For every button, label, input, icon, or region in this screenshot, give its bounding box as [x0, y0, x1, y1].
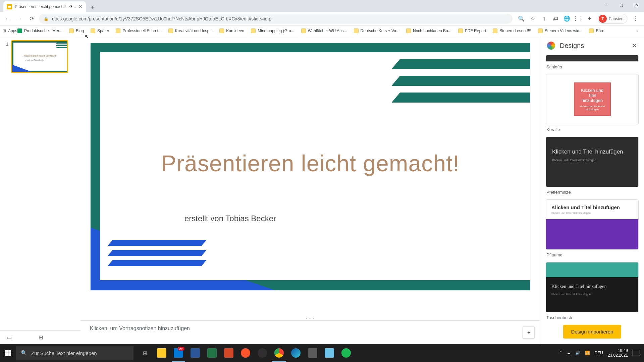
grid-view-icon[interactable]: ⊞ [39, 334, 43, 341]
browser-titlebar: Präsentieren leicht gemacht! - G... ✕ + … [0, 0, 644, 12]
spotify-icon[interactable] [338, 344, 354, 362]
speaker-notes[interactable]: Klicken, um Vortragsnotizen hinzuzufügen [80, 320, 540, 344]
bookmark-professionell[interactable]: Professionell Schrei... [113, 27, 164, 35]
design-card-pflaume[interactable]: Klicken und Titel hinzufügen Klicken und… [546, 199, 639, 250]
folder-icon [589, 28, 594, 33]
thumbnail-row: 1 Präsentieren leicht gemacht! erstellt … [6, 40, 74, 73]
word-icon[interactable] [187, 344, 203, 362]
browser-tab[interactable]: Präsentieren leicht gemacht! - G... ✕ [3, 1, 86, 12]
svg-rect-0 [8, 6, 11, 8]
task-view-icon[interactable]: ⊞ [137, 344, 153, 362]
windows-logo-icon [5, 350, 11, 356]
designs-panel: Designs ✕ Schiefer Klicken und Titel hin… [540, 36, 644, 344]
canvas-area: Präsentieren leicht gemacht! erstellt vo… [80, 36, 540, 344]
design-label: Koralle [546, 127, 639, 132]
close-tab-icon[interactable]: ✕ [78, 4, 83, 9]
design-label: Pflaume [546, 252, 639, 257]
design-card-taschenbuch[interactable]: Klicken und Titel hinzufügen Klicken und… [546, 262, 639, 312]
start-button[interactable] [0, 344, 16, 362]
slide-number: 1 [6, 40, 8, 73]
minimize-button[interactable]: ─ [599, 0, 614, 10]
clock[interactable]: 19:49 23.02.2021 [608, 348, 628, 358]
edge-icon[interactable] [288, 344, 304, 362]
excel-icon[interactable] [204, 344, 220, 362]
filmstrip-view-icon[interactable]: ▭ [7, 334, 12, 341]
import-design-button[interactable]: Design importieren [563, 325, 622, 339]
explorer-icon[interactable] [154, 344, 170, 362]
new-tab-button[interactable]: + [88, 3, 97, 12]
folder-icon [493, 28, 497, 33]
bookmark-kursideen[interactable]: Kursideen [217, 27, 247, 35]
address-bar[interactable]: 🔒 docs.google.com/presentation/d/1yV372S… [39, 14, 513, 24]
design-label: Schiefer [546, 64, 639, 69]
bookmark-buero[interactable]: Büro [586, 27, 607, 35]
slides-favicon [7, 4, 12, 9]
apps-button[interactable]: ⊞ Apps [3, 28, 13, 33]
folder-icon [354, 28, 359, 33]
koralle-preview: Klicken und Titel hinzufügen Klicken und… [574, 82, 611, 116]
bookmark-deutsche[interactable]: Deutsche Kurs + Vo... [351, 27, 402, 35]
chrome-icon[interactable] [271, 344, 287, 362]
language-indicator[interactable]: DEU [595, 351, 603, 355]
windows-taskbar: 🔍 Zur Suche Text hier eingeben ⊞ 99+ ˄ ☁… [0, 344, 644, 362]
design-card-schiefer[interactable] [546, 55, 639, 62]
volume-icon[interactable]: 🔊 [575, 351, 580, 355]
app-icon[interactable] [305, 344, 321, 362]
bookmark-star-icon[interactable]: ☆ [529, 15, 536, 22]
slide-author-text[interactable]: erstellt von Tobias Becker [184, 214, 276, 223]
bookmark-wahlfaecher[interactable]: Wahlfächer WU Aus... [299, 27, 350, 35]
designs-header: Designs ✕ [540, 36, 644, 55]
bookmark-blog[interactable]: Blog [66, 27, 87, 35]
bookmark-kreativitaet[interactable]: Kreativität und Insp... [166, 27, 216, 35]
window-controls: ─ ▢ ✕ [599, 0, 644, 10]
maximize-button[interactable]: ▢ [614, 0, 629, 10]
slide-canvas[interactable]: Präsentieren leicht gemacht! erstellt vo… [91, 43, 530, 290]
reload-button[interactable]: ⟳ [27, 14, 36, 23]
taskbar-search[interactable]: 🔍 Zur Suche Text hier eingeben [16, 346, 133, 360]
search-icon: 🔍 [21, 350, 27, 356]
reader-icon[interactable]: ▯ [541, 15, 547, 22]
bookmark-steuern-videos[interactable]: Steuern Videos wic... [535, 27, 585, 35]
globe-icon[interactable]: 🌐 [564, 15, 570, 22]
bookmarks-overflow[interactable]: » [634, 28, 641, 33]
bookmark-pdf[interactable]: PDF Report [455, 27, 489, 35]
wifi-icon[interactable]: 📶 [585, 351, 590, 355]
obs-icon[interactable] [254, 344, 270, 362]
brave-icon[interactable] [237, 344, 254, 362]
designs-list[interactable]: Schiefer Klicken und Titel hinzufügen Kl… [540, 55, 644, 319]
grid-icon[interactable]: ⋮⋮ [575, 15, 582, 22]
slide-title-text[interactable]: Präsentieren leicht gemacht! [91, 150, 530, 176]
close-panel-button[interactable]: ✕ [632, 42, 637, 50]
bookmark-steuern-lesen[interactable]: Steuern Lesen !!!! [490, 27, 534, 35]
notes-resize-handle[interactable]: • • • [80, 316, 540, 320]
design-card-pfefferminze[interactable]: Klicken und Titel hinzufügen Klicken und… [546, 137, 639, 187]
url-bar-row: ← → ⟳ 🔒 docs.google.com/presentation/d/1… [0, 12, 644, 25]
design-card-koralle[interactable]: Klicken und Titel hinzufügen Klicken und… [546, 74, 639, 124]
toolbar-icons: 🔍 ☆ ▯ 🏷 🌐 ⋮⋮ ✦ T Pausiert ⋮ [515, 14, 641, 24]
search-icon[interactable]: 🔍 [518, 15, 525, 22]
bookmark-produktsuche[interactable]: Produktsuche - Mer... [15, 27, 65, 35]
notepad-icon[interactable] [321, 344, 337, 362]
back-button[interactable]: ← [3, 14, 12, 23]
mail-icon[interactable]: 99+ [170, 344, 186, 362]
bookmark-mindmapping[interactable]: Mindmapping (Gru... [248, 27, 297, 35]
designs-footer: Design importieren [540, 319, 644, 344]
onedrive-icon[interactable]: ☁ [567, 351, 571, 355]
designs-title: Designs [560, 42, 627, 50]
forward-button[interactable]: → [15, 14, 24, 23]
design-label: Pfefferminze [546, 190, 639, 195]
thumb-title: Präsentieren leicht gemacht! [12, 54, 67, 57]
design-label: Taschenbuch [546, 315, 639, 319]
bookmark-spaeter[interactable]: Später [88, 27, 112, 35]
notifications-icon[interactable] [633, 350, 640, 356]
tray-expand-icon[interactable]: ˄ [560, 351, 562, 355]
close-window-button[interactable]: ✕ [629, 0, 644, 10]
menu-icon[interactable]: ⋮ [632, 15, 639, 22]
slide-thumbnail-1[interactable]: Präsentieren leicht gemacht! erstellt vo… [11, 40, 68, 73]
powerpoint-icon[interactable] [221, 344, 237, 362]
extensions-icon[interactable]: ✦ [586, 15, 593, 22]
explore-button[interactable]: ✦ [523, 326, 535, 339]
bookmark-hochladen[interactable]: Noch hochladen Bu... [404, 27, 454, 35]
tag-icon[interactable]: 🏷 [552, 15, 559, 22]
profile-pill[interactable]: T Pausiert [598, 14, 627, 24]
